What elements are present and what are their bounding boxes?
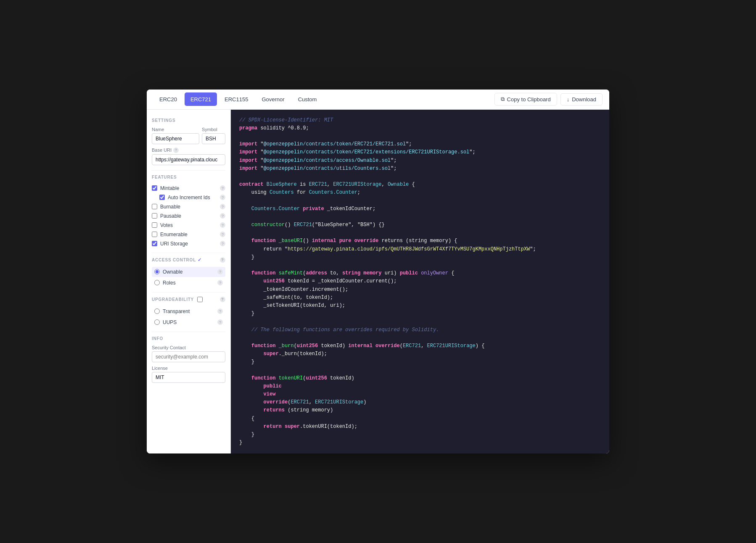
- code-panel: // SPDX-License-Identifier: MITpragma so…: [231, 110, 609, 454]
- tab-erc1155[interactable]: ERC1155: [219, 92, 254, 106]
- upgradeability-info-icon[interactable]: ?: [220, 297, 225, 302]
- code-line: import "@openzeppelin/contracts/token/ER…: [239, 140, 601, 148]
- base-uri-label: Base URI ?: [152, 148, 225, 153]
- code-line: }: [239, 358, 601, 366]
- feature-uri-storage: URI Storage ?: [152, 239, 225, 248]
- settings-name-symbol-row: Name Symbol: [152, 127, 225, 144]
- code-line: return super.tokenURI(tokenId);: [239, 423, 601, 431]
- upgradeability-section-label: UPGRADEABILITY ?: [152, 297, 225, 302]
- app-window: ERC20 ERC721 ERC1155 Governor Custom ⧉ C…: [147, 90, 609, 454]
- main-layout: SETTINGS Name Symbol Base URI ?: [147, 110, 609, 454]
- uri-storage-info-icon[interactable]: ?: [220, 241, 225, 246]
- feature-burnable: Burnable ?: [152, 202, 225, 211]
- feature-enumerable: Enumerable ?: [152, 230, 225, 239]
- tab-erc721[interactable]: ERC721: [185, 92, 217, 106]
- access-control-info-icon[interactable]: ?: [220, 257, 225, 263]
- code-line: }: [239, 431, 601, 439]
- transparent-info-icon[interactable]: ?: [217, 308, 223, 314]
- code-line: _setTokenURI(tokenId, uri);: [239, 302, 601, 310]
- code-line: pragma solidity ^0.8.9;: [239, 124, 601, 132]
- radio-ownable[interactable]: Ownable ?: [152, 267, 225, 277]
- download-button[interactable]: ↓ Download: [560, 93, 603, 105]
- code-line: _safeMint(to, tokenId);: [239, 294, 601, 302]
- symbol-label: Symbol: [202, 127, 225, 132]
- code-line: import "@openzeppelin/contracts/token/ER…: [239, 148, 601, 156]
- base-uri-info-icon[interactable]: ?: [173, 148, 179, 153]
- radio-transparent[interactable]: Transparent ?: [152, 306, 225, 316]
- code-line: constructor() ERC721("BlueSphere", "BSH"…: [239, 221, 601, 229]
- copy-to-clipboard-button[interactable]: ⧉ Copy to Clipboard: [494, 93, 557, 105]
- code-line: [239, 366, 601, 374]
- feature-votes: Votes ?: [152, 221, 225, 230]
- code-line: returns (string memory): [239, 406, 601, 414]
- code-line: [239, 229, 601, 237]
- code-line: }: [239, 253, 601, 261]
- code-line: [239, 261, 601, 269]
- symbol-input[interactable]: [202, 133, 225, 144]
- code-line: using Counters for Counters.Counter;: [239, 189, 601, 197]
- feature-pausable: Pausable ?: [152, 211, 225, 221]
- access-control-check: ✓: [198, 257, 202, 263]
- features-section-label: FEATURES: [152, 175, 225, 179]
- code-line: return "https://gateway.pinata.cloud/ipf…: [239, 245, 601, 253]
- auto-increment-checkbox[interactable]: [159, 195, 165, 200]
- enumerable-info-icon[interactable]: ?: [220, 232, 225, 237]
- mintable-checkbox[interactable]: [152, 185, 157, 191]
- pausable-checkbox[interactable]: [152, 213, 157, 219]
- base-uri-row: Base URI ?: [152, 148, 225, 165]
- votes-checkbox[interactable]: [152, 222, 157, 228]
- burnable-info-icon[interactable]: ?: [220, 204, 225, 209]
- roles-info-icon[interactable]: ?: [217, 280, 223, 285]
- votes-info-icon[interactable]: ?: [220, 222, 225, 228]
- ownable-info-icon[interactable]: ?: [217, 269, 223, 274]
- radio-uups[interactable]: UUPS ?: [152, 317, 225, 327]
- transparent-radio[interactable]: [154, 308, 160, 314]
- security-contact-input[interactable]: [152, 351, 225, 362]
- name-input[interactable]: [152, 133, 199, 144]
- license-label: License: [152, 366, 225, 371]
- info-section-label: INFO: [152, 336, 225, 341]
- uups-info-icon[interactable]: ?: [217, 319, 223, 325]
- code-line: super._burn(tokenId);: [239, 350, 601, 358]
- code-line: [239, 132, 601, 140]
- mintable-info-icon[interactable]: ?: [220, 185, 225, 191]
- auto-increment-info-icon[interactable]: ?: [220, 195, 225, 200]
- uri-storage-checkbox[interactable]: [152, 241, 157, 246]
- header: ERC20 ERC721 ERC1155 Governor Custom ⧉ C…: [147, 90, 609, 110]
- header-actions: ⧉ Copy to Clipboard ↓ Download: [494, 93, 603, 105]
- tab-custom[interactable]: Custom: [292, 92, 323, 106]
- code-line: import "@openzeppelin/contracts/access/O…: [239, 157, 601, 165]
- radio-roles[interactable]: Roles ?: [152, 278, 225, 288]
- tab-erc20[interactable]: ERC20: [153, 92, 183, 106]
- code-line: function safeMint(address to, string mem…: [239, 269, 601, 277]
- code-line: _tokenIdCounter.increment();: [239, 286, 601, 294]
- access-control-section-label: ACCESS CONTROL ✓ ?: [152, 257, 225, 263]
- code-line: uint256 tokenId = _tokenIdCounter.curren…: [239, 277, 601, 285]
- uups-radio[interactable]: [154, 319, 160, 325]
- code-line: [239, 197, 601, 205]
- security-contact-label: Security Contact: [152, 345, 225, 350]
- name-group: Name: [152, 127, 199, 144]
- base-uri-input[interactable]: [152, 154, 225, 165]
- upgradeability-checkbox[interactable]: [197, 297, 203, 302]
- settings-section-label: SETTINGS: [152, 118, 225, 123]
- roles-radio[interactable]: [154, 280, 160, 285]
- code-line: contract BlueSphere is ERC721, ERC721URI…: [239, 181, 601, 189]
- tabs: ERC20 ERC721 ERC1155 Governor Custom: [153, 90, 322, 109]
- code-line: // SPDX-License-Identifier: MIT: [239, 116, 601, 124]
- code-line: [239, 213, 601, 221]
- ownable-radio[interactable]: [154, 269, 160, 274]
- pausable-info-icon[interactable]: ?: [220, 213, 225, 219]
- enumerable-checkbox[interactable]: [152, 232, 157, 237]
- symbol-group: Symbol: [202, 127, 225, 144]
- tab-governor[interactable]: Governor: [256, 92, 290, 106]
- license-input[interactable]: [152, 372, 225, 383]
- burnable-checkbox[interactable]: [152, 204, 157, 209]
- code-line: }: [239, 310, 601, 318]
- code-line: [239, 334, 601, 342]
- security-contact-group: Security Contact: [152, 345, 225, 362]
- code-line: view: [239, 390, 601, 398]
- code-line: function tokenURI(uint256 tokenId): [239, 374, 601, 382]
- feature-mintable: Mintable ?: [152, 184, 225, 193]
- code-line: [239, 173, 601, 181]
